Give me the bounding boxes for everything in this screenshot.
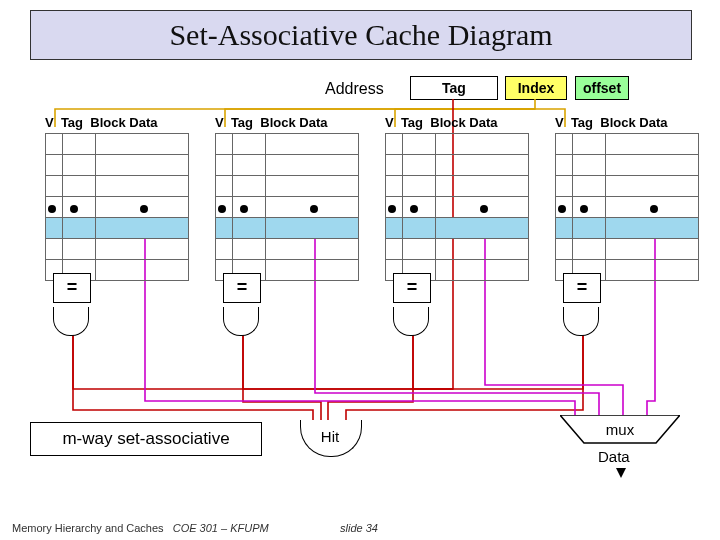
and-gate (53, 307, 87, 337)
tap-data (650, 205, 658, 213)
way-header: V Tag Block Data (45, 115, 195, 130)
mux-label: mux (560, 421, 680, 438)
tap-v (388, 205, 396, 213)
way-header: V Tag Block Data (385, 115, 535, 130)
selected-row (46, 218, 189, 239)
tap-data (310, 205, 318, 213)
selected-row (216, 218, 359, 239)
slide-title-text: Set-Associative Cache Diagram (169, 18, 552, 51)
address-field-tag: Tag (410, 76, 498, 100)
data-output-label: Data (598, 448, 630, 465)
cache-table (215, 133, 359, 281)
and-gate (223, 307, 257, 337)
cache-table (45, 133, 189, 281)
hit-label: Hit (300, 428, 360, 445)
comparator: = (53, 273, 91, 303)
cache-way-2: V Tag Block Data = (385, 115, 535, 130)
data-mux: mux (560, 415, 680, 445)
and-gate (393, 307, 427, 337)
tap-data (140, 205, 148, 213)
mway-box: m-way set-associative (30, 422, 262, 456)
comparator: = (393, 273, 431, 303)
address-label: Address (325, 80, 384, 98)
comparator: = (223, 273, 261, 303)
footer-topic: Memory Hierarchy and Caches (12, 522, 164, 534)
cache-table (385, 133, 529, 281)
tap-data (480, 205, 488, 213)
data-arrow-icon (616, 468, 626, 478)
selected-row (556, 218, 699, 239)
footer: Memory Hierarchy and Caches COE 301 – KF… (12, 522, 269, 534)
way-header: V Tag Block Data (215, 115, 365, 130)
slide-title: Set-Associative Cache Diagram (30, 10, 692, 60)
tap-tag (70, 205, 78, 213)
address-field-index: Index (505, 76, 567, 100)
way-header: V Tag Block Data (555, 115, 705, 130)
selected-row (386, 218, 529, 239)
tap-v (558, 205, 566, 213)
tap-v (48, 205, 56, 213)
tap-tag (240, 205, 248, 213)
slide-number: slide 34 (340, 522, 378, 534)
tap-v (218, 205, 226, 213)
cache-way-1: V Tag Block Data = (215, 115, 365, 130)
hit-or-gate: Hit (300, 420, 360, 460)
footer-course: COE 301 – KFUPM (173, 522, 269, 534)
tap-tag (410, 205, 418, 213)
tap-tag (580, 205, 588, 213)
comparator: = (563, 273, 601, 303)
address-field-offset: offset (575, 76, 629, 100)
cache-way-0: V Tag Block Data = (45, 115, 195, 130)
cache-table (555, 133, 699, 281)
cache-way-3: V Tag Block Data = (555, 115, 705, 130)
and-gate (563, 307, 597, 337)
